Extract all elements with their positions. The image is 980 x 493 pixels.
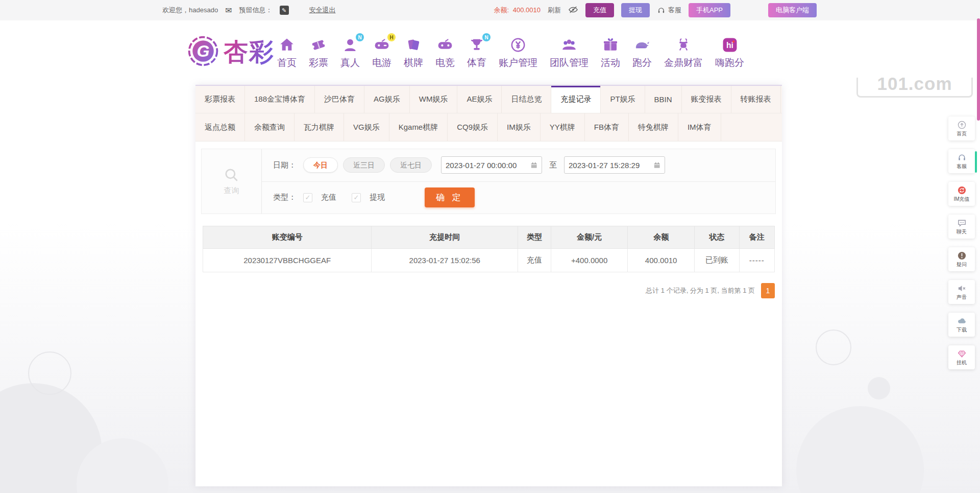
nav-label: 电游 — [372, 56, 391, 69]
date-from-input[interactable] — [446, 161, 528, 170]
calendar-icon[interactable] — [653, 161, 660, 169]
tab-yue-chaxun[interactable]: 余额查询 — [245, 113, 295, 141]
sidebar-label: 首页 — [957, 130, 967, 137]
nav-label: 首页 — [277, 56, 297, 69]
tab-im-tiyu[interactable]: IM体育 — [678, 113, 721, 141]
nav-item-esports[interactable]: 电竞 — [435, 36, 455, 69]
sidebar-item-home[interactable]: 首页 — [948, 116, 975, 140]
customer-service-link[interactable]: 客服 — [657, 6, 681, 15]
tab-rijie-zonglan[interactable]: 日结总览 — [502, 86, 551, 113]
brand-name: 杏彩 — [224, 36, 275, 68]
tab-vg-yule[interactable]: VG娱乐 — [344, 113, 389, 141]
type-filter-row: 类型： ✓ 充值 ✓ 提现 确 定 — [262, 181, 775, 214]
calendar-icon[interactable] — [530, 161, 537, 169]
trophy-icon: N — [468, 36, 486, 54]
edit-pencil-icon[interactable]: ✎ — [280, 6, 289, 15]
col-remark: 备注 — [739, 226, 774, 249]
main-nav: 首页 彩票 N 真人 H 电游 棋牌 电竞 — [277, 36, 744, 69]
nav-item-jinding[interactable]: 金鼎财富 — [664, 36, 703, 69]
eye-off-icon[interactable] — [568, 5, 578, 16]
diamond-icon — [957, 349, 967, 359]
tab-bbin[interactable]: BBIN — [645, 86, 682, 113]
sidebar-item-sound[interactable]: 声音 — [948, 280, 975, 304]
deposit-button[interactable]: 充值 — [585, 3, 614, 17]
page-scrollbar-thumb[interactable] — [977, 18, 980, 121]
rhino-icon — [633, 36, 651, 54]
tab-wali-qipai[interactable]: 瓦力棋牌 — [295, 113, 344, 141]
tab-im-yule[interactable]: IM娱乐 — [498, 113, 541, 141]
date-to-input[interactable] — [569, 161, 651, 170]
nav-item-promos[interactable]: 活动 — [601, 36, 620, 69]
hi-app-icon: hi — [721, 36, 739, 54]
nav-label: 真人 — [340, 56, 360, 69]
tab-kgame-qipai[interactable]: Kgame棋牌 — [389, 113, 448, 141]
tab-yy-qipai[interactable]: YY棋牌 — [541, 113, 585, 141]
sidebar-label: 下载 — [957, 326, 967, 334]
quick-7days-pill[interactable]: 近七日 — [390, 157, 432, 173]
tab-caipiao-baobiao[interactable]: 彩票报表 — [195, 86, 245, 113]
tab-wm-yule[interactable]: WM娱乐 — [410, 86, 458, 113]
tab-tetu-qipai[interactable]: 特兔棋牌 — [629, 113, 678, 141]
tab-pt-yule[interactable]: PT娱乐 — [601, 86, 645, 113]
headset-icon — [957, 153, 967, 162]
nav-item-lottery[interactable]: 彩票 — [309, 36, 328, 69]
tab-fandian-zonge[interactable]: 返点总额 — [195, 113, 245, 141]
tab-cq9-yule[interactable]: CQ9娱乐 — [448, 113, 498, 141]
tab-shaba-tiyu[interactable]: 沙巴体育 — [315, 86, 364, 113]
tab-ae-yule[interactable]: AE娱乐 — [457, 86, 502, 113]
nav-item-account[interactable]: 账户管理 — [499, 36, 537, 69]
balance-label: 余额: — [494, 6, 509, 14]
tab-fb-tiyu[interactable]: FB体育 — [585, 113, 629, 141]
quick-3days-pill[interactable]: 近三日 — [343, 157, 385, 173]
sidebar-scroll-indicator[interactable] — [975, 151, 977, 173]
quick-today-pill[interactable]: 今日 — [303, 157, 338, 173]
col-balance: 余额 — [628, 226, 695, 249]
nav-item-live[interactable]: N 真人 — [340, 36, 360, 69]
mail-icon[interactable]: ✉ — [225, 6, 232, 15]
page-1-button[interactable]: 1 — [761, 283, 775, 298]
withdraw-checkbox[interactable]: ✓ — [352, 193, 361, 202]
tab-188jinbaobo-tiyu[interactable]: 188金宝博体育 — [245, 86, 315, 113]
decor-balloon — [868, 377, 890, 400]
sidebar-item-chat[interactable]: 聊天 — [948, 215, 975, 239]
tab-zhuanzhang-baobiao[interactable]: 转账报表 — [731, 86, 781, 113]
refresh-link[interactable]: 刷新 — [548, 6, 561, 15]
nav-item-sports[interactable]: N 体育 — [467, 36, 486, 69]
nav-item-home[interactable]: 首页 — [277, 36, 297, 69]
confirm-button[interactable]: 确 定 — [425, 187, 475, 207]
tab-zhangbian-baobiao[interactable]: 账变报表 — [682, 86, 731, 113]
nav-item-paofen[interactable]: 跑分 — [632, 36, 652, 69]
date-label: 日期： — [273, 160, 296, 170]
sidebar-item-download[interactable]: 下载 — [948, 313, 975, 337]
mobile-app-button[interactable]: 手机APP — [689, 3, 730, 17]
nav-item-team[interactable]: 团队管理 — [550, 36, 589, 69]
date-to-field[interactable] — [564, 156, 665, 174]
topbar: 欢迎您，hadesado ✉ 预留信息： ✎ 安全退出 余额: 400.0010… — [0, 0, 980, 20]
nav-item-cards[interactable]: 棋牌 — [404, 36, 423, 69]
sidebar-item-idle[interactable]: 挂机 — [948, 345, 975, 369]
sidebar-item-im-recharge[interactable]: IM充值 — [948, 182, 975, 206]
sidebar-item-question[interactable]: 疑问 — [948, 247, 975, 271]
new-badge: N — [356, 33, 364, 41]
date-from-field[interactable] — [441, 156, 542, 174]
customer-service-label: 客服 — [668, 6, 681, 15]
pc-client-button[interactable]: 电脑客户端 — [768, 3, 817, 17]
withdraw-button[interactable]: 提现 — [621, 3, 650, 17]
decor-balloon — [28, 351, 71, 395]
svg-text:hi: hi — [726, 41, 733, 50]
date-filter-row: 日期： 今日 近三日 近七日 至 — [262, 149, 775, 181]
table-row: 20230127VBBCHGGEAF 2023-01-27 15:02:56 充… — [203, 249, 775, 272]
sidebar-label: 声音 — [957, 294, 967, 301]
deposit-checkbox[interactable]: ✓ — [303, 193, 312, 202]
nav-item-egames[interactable]: H 电游 — [372, 36, 391, 69]
col-amount: 金额/元 — [551, 226, 628, 249]
type-label: 类型： — [273, 193, 296, 202]
query-box: 查询 日期： 今日 近三日 近七日 至 类型： ✓ — [201, 149, 776, 214]
brand-logo[interactable]: G 杏彩 — [186, 34, 275, 71]
nav-label: 团队管理 — [550, 56, 589, 69]
tab-chongti-jilu-active[interactable]: 充提记录 — [551, 86, 601, 113]
logout-link[interactable]: 安全退出 — [309, 6, 336, 15]
sidebar-item-service[interactable]: 客服 — [948, 149, 975, 173]
nav-item-hipaofen[interactable]: hi 嗨跑分 — [715, 36, 744, 69]
tab-ag-yule[interactable]: AG娱乐 — [364, 86, 410, 113]
